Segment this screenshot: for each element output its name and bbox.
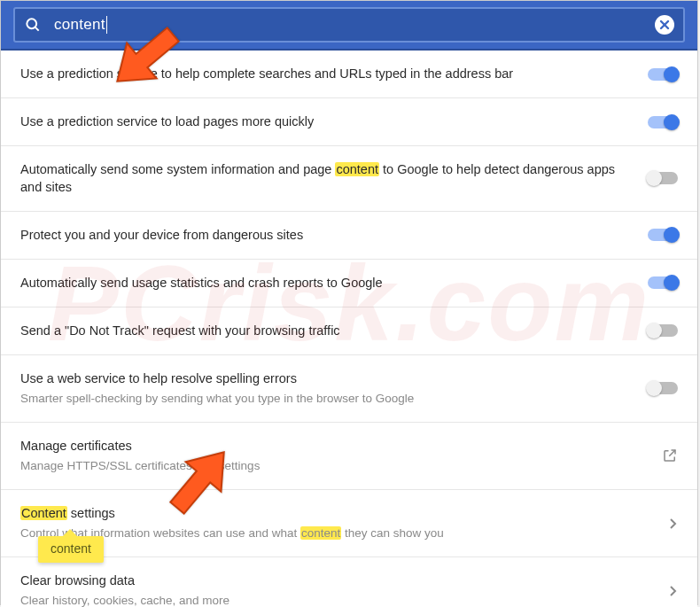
settings-list: Use a prediction service to help complet…: [1, 51, 697, 607]
row-control: [648, 116, 678, 128]
settings-row[interactable]: Content settingsControl what information…: [1, 490, 697, 557]
row-text: Automatically send some system informati…: [20, 160, 648, 197]
row-text: Use a prediction service to load pages m…: [20, 113, 648, 130]
row-text: Use a web service to help resolve spelli…: [20, 370, 648, 408]
row-control: [648, 382, 678, 394]
toggle-switch[interactable]: [648, 68, 678, 81]
row-control: [648, 324, 678, 337]
chevron-right-icon: [669, 518, 678, 530]
settings-row: Automatically send some system informati…: [1, 146, 697, 212]
row-subtitle: Manage HTTPS/SSL certificates and settin…: [20, 458, 644, 475]
row-subtitle: Clear history, cookies, cache, and more: [20, 593, 651, 607]
row-title: Use a prediction service to help complet…: [20, 65, 630, 82]
row-title: Clear browsing data: [20, 572, 651, 589]
toggle-switch[interactable]: [648, 382, 678, 394]
row-control: [648, 229, 678, 241]
row-control: [669, 585, 678, 597]
open-external-icon: [662, 447, 678, 463]
close-icon: [659, 19, 670, 30]
row-control: [669, 518, 678, 530]
row-title: Automatically send usage statistics and …: [20, 274, 630, 292]
search-icon: [24, 16, 42, 34]
toggle-switch[interactable]: [648, 229, 678, 241]
settings-row: Use a web service to help resolve spelli…: [1, 355, 697, 423]
search-tooltip: content: [38, 536, 104, 563]
settings-row: Use a prediction service to load pages m…: [1, 98, 697, 146]
row-text: Protect you and your device from dangero…: [20, 226, 648, 244]
row-text: Automatically send usage statistics and …: [20, 274, 648, 292]
row-title: Use a web service to help resolve spelli…: [20, 370, 630, 387]
search-bar: content: [1, 1, 697, 51]
search-input[interactable]: content: [13, 7, 685, 43]
row-subtitle: Control what information websites can us…: [20, 525, 651, 542]
row-control: [648, 276, 678, 289]
row-text: Content settingsControl what information…: [20, 504, 669, 542]
row-subtitle: Smarter spell-checking by sending what y…: [20, 391, 630, 408]
row-title: Automatically send some system informati…: [20, 160, 630, 197]
row-title: Use a prediction service to load pages m…: [20, 113, 630, 130]
row-control: [648, 68, 678, 81]
row-title: Send a "Do Not Track" request with your …: [20, 322, 630, 339]
settings-row: Protect you and your device from dangero…: [1, 212, 697, 260]
row-text: Send a "Do Not Track" request with your …: [20, 322, 648, 339]
chevron-right-icon: [669, 585, 678, 597]
settings-row: Automatically send usage statistics and …: [1, 260, 697, 307]
settings-row[interactable]: Manage certificatesManage HTTPS/SSL cert…: [1, 423, 697, 490]
row-control: [662, 447, 678, 463]
row-title: Manage certificates: [20, 437, 644, 455]
toggle-switch[interactable]: [648, 276, 678, 289]
settings-row[interactable]: Clear browsing dataClear history, cookie…: [1, 557, 697, 607]
row-text: Clear browsing dataClear history, cookie…: [20, 572, 669, 607]
row-title: Protect you and your device from dangero…: [20, 226, 630, 244]
toggle-switch[interactable]: [648, 172, 678, 184]
svg-line-1: [35, 27, 39, 31]
settings-row: Use a prediction service to help complet…: [1, 51, 697, 98]
row-control: [648, 172, 678, 184]
search-value: content: [54, 16, 107, 35]
row-text: Manage certificatesManage HTTPS/SSL cert…: [20, 437, 662, 475]
settings-row: Send a "Do Not Track" request with your …: [1, 307, 697, 355]
svg-point-0: [27, 19, 36, 28]
toggle-switch[interactable]: [648, 324, 678, 337]
toggle-switch[interactable]: [648, 116, 678, 128]
clear-search-button[interactable]: [655, 15, 674, 35]
row-title: Content settings: [20, 504, 651, 522]
row-text: Use a prediction service to help complet…: [20, 65, 648, 82]
